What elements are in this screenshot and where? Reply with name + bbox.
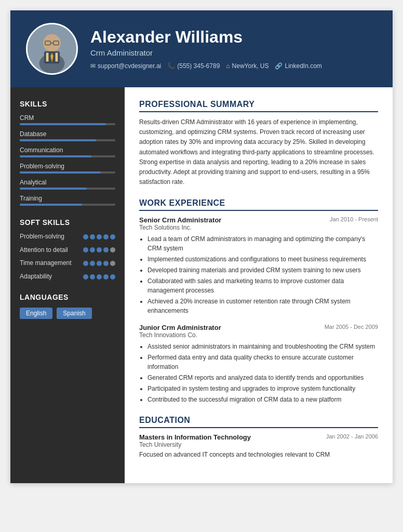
skill-name: Communication	[20, 147, 115, 154]
job-dates: Jan 2010 - Present	[330, 216, 378, 222]
soft-skill-name: Attention to detail	[20, 246, 83, 255]
skill-item: Database	[20, 130, 115, 141]
dot	[83, 247, 88, 252]
skill-bar	[20, 155, 115, 157]
dot	[110, 261, 115, 266]
education-title: EDUCATION	[139, 416, 378, 428]
header-email: ✉ support@cvdesigner.ai	[90, 62, 161, 70]
job-bullet: Collaborated with sales and marketing te…	[147, 276, 378, 295]
job-bullet: Generated CRM reports and analyzed data …	[147, 373, 378, 382]
svg-rect-4	[46, 53, 49, 62]
header-title: Crm Administrator	[90, 48, 377, 57]
skill-item: CRM	[20, 114, 115, 125]
job-bullet: Assisted senior administrators in mainta…	[147, 342, 378, 351]
skill-item: Communication	[20, 147, 115, 157]
dot	[90, 261, 95, 266]
skill-bar	[20, 139, 115, 141]
skills-section: SKILLS CRM Database Communication Proble…	[20, 100, 115, 206]
soft-skill-name: Adaptability	[20, 273, 83, 281]
dot	[97, 274, 102, 280]
dot	[110, 274, 115, 280]
body: SKILLS CRM Database Communication Proble…	[10, 87, 393, 483]
job-bullets: Lead a team of CRM administrators in man…	[139, 234, 378, 315]
edu-item: Masters in Information Technology Jan 20…	[139, 433, 378, 459]
dot	[97, 247, 102, 252]
language-tag: Spanish	[57, 308, 91, 319]
soft-skill-name: Problem-solving	[20, 233, 83, 241]
languages-title: LANGUAGES	[20, 293, 115, 301]
skill-name: Training	[20, 195, 115, 202]
work-title: WORK EXPERIENCE	[139, 198, 378, 211]
education-section: EDUCATION Masters in Information Technol…	[139, 416, 378, 459]
summary-text: Results-driven CRM Administrator with 16…	[139, 117, 378, 187]
svg-rect-5	[56, 53, 58, 62]
dot	[97, 234, 102, 240]
header-name: Alexander Williams	[90, 28, 377, 46]
summary-section: PROFESSIONAL SUMMARY Results-driven CRM …	[139, 100, 378, 187]
skill-bar	[20, 188, 115, 190]
dot	[103, 234, 109, 240]
skill-item: Analytical	[20, 179, 115, 190]
job-bullet: Implemented customizations and configura…	[147, 255, 378, 264]
soft-skill-item: Adaptability	[20, 273, 115, 281]
dot	[110, 247, 115, 252]
skill-name: Problem-solving	[20, 163, 115, 170]
dots	[83, 234, 115, 240]
edu-header: Masters in Information Technology Jan 20…	[139, 433, 378, 441]
education-list: Masters in Information Technology Jan 20…	[139, 433, 378, 459]
dots	[83, 247, 115, 252]
header-contacts: ✉ support@cvdesigner.ai 📞 (555) 345-6789…	[90, 62, 377, 70]
sidebar: SKILLS CRM Database Communication Proble…	[10, 87, 125, 483]
language-tag: English	[20, 308, 52, 319]
soft-skill-name: Time management	[20, 259, 83, 268]
header-location: ⌂ NewYork, US	[226, 62, 268, 70]
skills-list: CRM Database Communication Problem-solvi…	[20, 114, 115, 206]
job-bullets: Assisted senior administrators in mainta…	[139, 342, 378, 404]
edu-desc: Focused on advanced IT concepts and tech…	[139, 450, 378, 459]
resume-container: Alexander Williams Crm Administrator ✉ s…	[10, 10, 393, 483]
work-section: WORK EXPERIENCE Senior Crm Administrator…	[139, 198, 378, 404]
avatar	[26, 23, 78, 75]
header-linkedin: 🔗 LinkedIn.com	[275, 62, 321, 70]
skill-item: Training	[20, 195, 115, 206]
skill-bar	[20, 204, 115, 206]
main-content: PROFESSIONAL SUMMARY Results-driven CRM …	[125, 87, 393, 483]
skills-title: SKILLS	[20, 100, 115, 108]
dot	[83, 261, 88, 266]
soft-skills-list: Problem-solving Attention to detail Time…	[20, 233, 115, 281]
header-phone: 📞 (555) 345-6789	[167, 62, 220, 70]
job-title: Junior Crm Administrator	[139, 324, 221, 331]
job-bullet: Participated in system testing and upgra…	[147, 384, 378, 393]
job-dates: Mar 2005 - Dec 2009	[325, 324, 378, 330]
dot	[103, 274, 109, 280]
skill-name: Analytical	[20, 179, 115, 186]
dots	[83, 274, 115, 280]
job-bullet: Developed training materials and provide…	[147, 265, 378, 275]
skill-name: Database	[20, 130, 115, 138]
job-header: Senior Crm Administrator Jan 2010 - Pres…	[139, 216, 378, 224]
job-bullet: Contributed to the successful migration …	[147, 395, 378, 404]
skill-bar-fill	[20, 188, 87, 190]
jobs-list: Senior Crm Administrator Jan 2010 - Pres…	[139, 216, 378, 404]
header: Alexander Williams Crm Administrator ✉ s…	[10, 10, 393, 87]
dot	[83, 234, 88, 240]
job-item: Senior Crm Administrator Jan 2010 - Pres…	[139, 216, 378, 315]
skill-bar-fill	[20, 155, 91, 157]
edu-school: Tech University	[139, 441, 378, 448]
skill-name: CRM	[20, 114, 115, 122]
dot	[90, 247, 95, 252]
email-icon: ✉	[90, 62, 96, 70]
job-bullet: Lead a team of CRM administrators in man…	[147, 234, 378, 253]
linkedin-icon: 🔗	[275, 62, 283, 70]
language-tags: EnglishSpanish	[20, 308, 115, 319]
job-company: Tech Innovations Co.	[139, 331, 378, 339]
job-item: Junior Crm Administrator Mar 2005 - Dec …	[139, 324, 378, 404]
job-company: Tech Solutions Inc.	[139, 224, 378, 231]
soft-skill-item: Problem-solving	[20, 233, 115, 241]
skill-bar	[20, 171, 115, 174]
phone-icon: 📞	[167, 62, 175, 70]
job-bullet: Achieved a 20% increase in customer rete…	[147, 297, 378, 315]
dot	[103, 261, 109, 266]
header-info: Alexander Williams Crm Administrator ✉ s…	[90, 28, 377, 70]
job-title: Senior Crm Administrator	[139, 216, 221, 224]
